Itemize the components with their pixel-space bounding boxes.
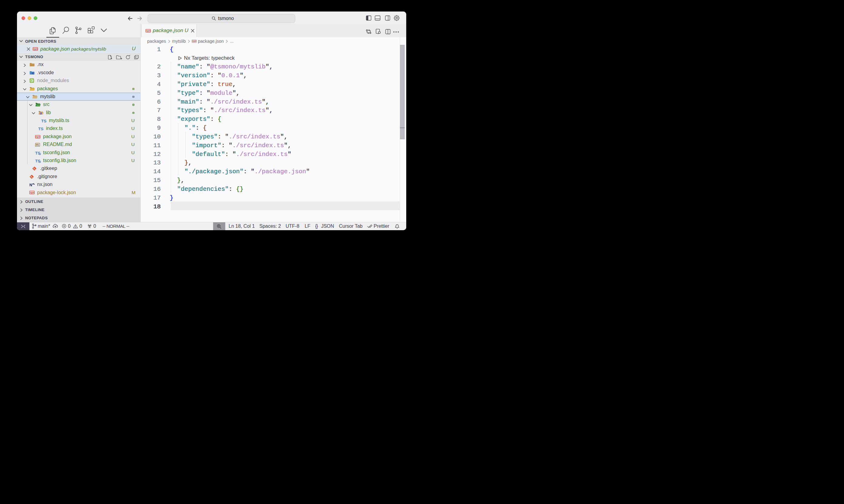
svg-text:npm: npm	[33, 48, 38, 50]
